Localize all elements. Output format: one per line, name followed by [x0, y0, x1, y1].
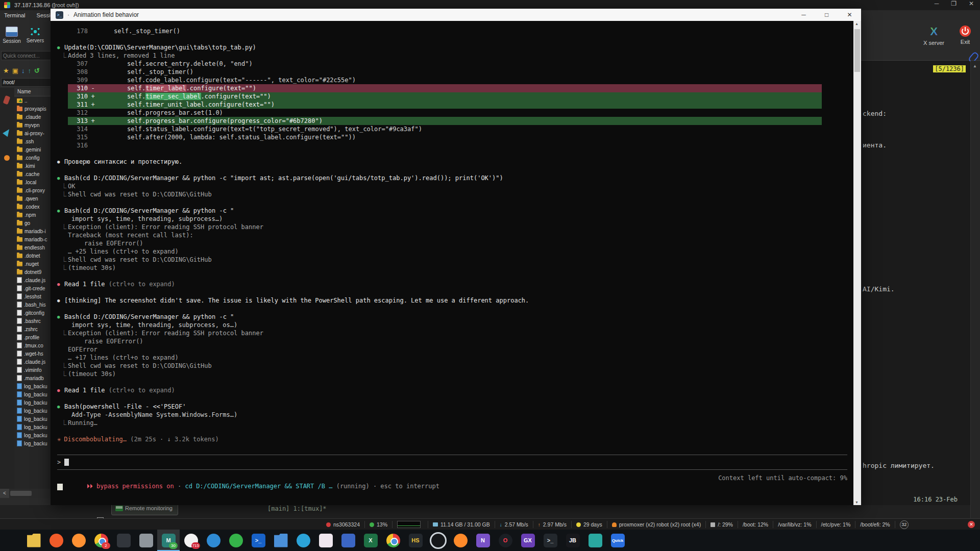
- file-item[interactable]: ..: [14, 96, 51, 105]
- file-item[interactable]: .profile: [14, 333, 51, 341]
- upload-icon[interactable]: ↑: [28, 67, 31, 74]
- file-item[interactable]: .local: [14, 178, 51, 186]
- file-item[interactable]: .config: [14, 154, 51, 162]
- macros-tab-icon[interactable]: [4, 155, 10, 161]
- telegram[interactable]: [292, 530, 314, 551]
- minimize-icon[interactable]: ─: [792, 9, 815, 21]
- terminal-scrollbar[interactable]: ▲: [970, 61, 980, 518]
- file-item[interactable]: .tmux.co: [14, 341, 51, 349]
- menu-terminal[interactable]: Terminal: [4, 12, 26, 18]
- gray-app[interactable]: [135, 530, 157, 551]
- exit-button[interactable]: Exit: [960, 26, 971, 45]
- file-item[interactable]: .cache: [14, 170, 51, 178]
- file-item[interactable]: endlessh: [14, 243, 51, 252]
- minimize-icon[interactable]: ─: [935, 0, 939, 7]
- quick-connect-input[interactable]: [1, 51, 51, 60]
- file-item[interactable]: log_backu: [14, 439, 51, 447]
- scrollbar-thumb[interactable]: [854, 29, 860, 72]
- refresh-icon[interactable]: ↺: [34, 67, 40, 74]
- terminal-body[interactable]: 178self._stop_timer()●Update(D:\CODING\S…: [51, 21, 853, 505]
- close-icon[interactable]: ✕: [838, 9, 861, 21]
- hs-app[interactable]: HS: [404, 530, 427, 551]
- notion-app[interactable]: N: [472, 530, 494, 551]
- favorites-star-icon[interactable]: ★: [3, 67, 9, 74]
- file-explorer[interactable]: [22, 530, 45, 551]
- firefox-profile[interactable]: [449, 530, 472, 551]
- start-button[interactable]: [0, 530, 22, 551]
- servers-button[interactable]: Servers: [23, 20, 47, 50]
- file-item[interactable]: .mariadb: [14, 374, 51, 382]
- folder-up-icon[interactable]: ▣: [12, 67, 18, 74]
- blue-app[interactable]: [337, 530, 359, 551]
- window-scrollbar[interactable]: ▲ ▼: [853, 21, 861, 505]
- chrome-profile[interactable]: 2: [90, 530, 112, 551]
- paint-app[interactable]: [314, 530, 337, 551]
- file-item[interactable]: .viminfo: [14, 366, 51, 374]
- file-item[interactable]: log_backu: [14, 423, 51, 431]
- file-item[interactable]: .bashrc: [14, 317, 51, 325]
- file-item[interactable]: .qwen: [14, 194, 51, 203]
- files-column-header[interactable]: Name: [14, 88, 54, 96]
- chrome-browser[interactable]: [382, 530, 404, 551]
- file-panel-scrollbar[interactable]: <: [0, 489, 51, 498]
- opera-browser[interactable]: O: [494, 530, 517, 551]
- anydesk[interactable]: 715: [180, 530, 202, 551]
- file-item[interactable]: .gitconfig: [14, 309, 51, 317]
- sftp-tab-icon[interactable]: [3, 128, 12, 137]
- windows-terminal[interactable]: >_: [247, 530, 270, 551]
- file-item[interactable]: log_backu: [14, 382, 51, 390]
- edge-browser[interactable]: [202, 530, 225, 551]
- file-item[interactable]: dotnet9: [14, 268, 51, 276]
- file-item[interactable]: .ssh: [14, 137, 51, 145]
- file-item[interactable]: proxyapis: [14, 105, 51, 113]
- firefox-browser[interactable]: [67, 530, 90, 551]
- prompt-input[interactable]: >: [57, 458, 69, 466]
- file-item[interactable]: .kimi: [14, 162, 51, 170]
- file-item[interactable]: .codex: [14, 203, 51, 211]
- file-item[interactable]: .cli-proxy: [14, 186, 51, 194]
- file-item[interactable]: log_backu: [14, 390, 51, 398]
- file-item[interactable]: go: [14, 219, 51, 227]
- console-app[interactable]: >_: [539, 530, 561, 551]
- scroll-down-icon[interactable]: ▼: [855, 500, 859, 504]
- blue-folder-app[interactable]: [270, 530, 292, 551]
- window-titlebar[interactable]: >_ · Animation field behavior ─ □ ✕: [51, 9, 861, 21]
- session-button[interactable]: Session: [0, 20, 23, 50]
- file-item[interactable]: log_backu: [14, 407, 51, 415]
- file-item[interactable]: log_backu: [14, 431, 51, 439]
- scrollbar-thumb[interactable]: [10, 491, 32, 496]
- brave-browser[interactable]: [45, 530, 67, 551]
- path-input[interactable]: [1, 78, 51, 87]
- file-item[interactable]: myvpn: [14, 121, 51, 129]
- opera-gx[interactable]: GX: [517, 530, 539, 551]
- file-item[interactable]: mariadb-i: [14, 227, 51, 235]
- file-item[interactable]: .lesshst: [14, 292, 51, 300]
- file-item[interactable]: .npm: [14, 211, 51, 219]
- file-item[interactable]: .zshrc: [14, 325, 51, 333]
- close-icon[interactable]: ✕: [969, 0, 974, 7]
- scroll-up-icon[interactable]: ▲: [855, 22, 859, 26]
- teal-app[interactable]: [584, 530, 606, 551]
- file-item[interactable]: .git-crede: [14, 284, 51, 292]
- dark-app[interactable]: [112, 530, 135, 551]
- file-item[interactable]: .wget-hs: [14, 349, 51, 358]
- excel[interactable]: X: [359, 530, 382, 551]
- obs-studio[interactable]: [427, 530, 449, 551]
- quick-app[interactable]: Quick: [606, 530, 629, 551]
- file-item[interactable]: mariadb-c: [14, 235, 51, 243]
- download-icon[interactable]: ↓: [21, 67, 25, 74]
- jetbrains-toolbox[interactable]: JB: [561, 530, 584, 551]
- maximize-icon[interactable]: □: [815, 9, 838, 21]
- green-app[interactable]: [225, 530, 247, 551]
- file-item[interactable]: .claude.js: [14, 276, 51, 284]
- file-item[interactable]: ai-proxy-: [14, 129, 51, 137]
- file-item[interactable]: .claude: [14, 113, 51, 121]
- scroll-up-icon[interactable]: ▲: [973, 64, 977, 68]
- x-server-button[interactable]: X X server: [923, 26, 944, 46]
- file-item[interactable]: .dotnet: [14, 252, 51, 260]
- tools-tab-icon[interactable]: [3, 95, 11, 105]
- file-item[interactable]: log_backu: [14, 398, 51, 407]
- maximize-icon[interactable]: ❐: [951, 0, 957, 7]
- file-item[interactable]: .nuget: [14, 260, 51, 268]
- statusbar-close-icon[interactable]: ✕: [968, 521, 975, 528]
